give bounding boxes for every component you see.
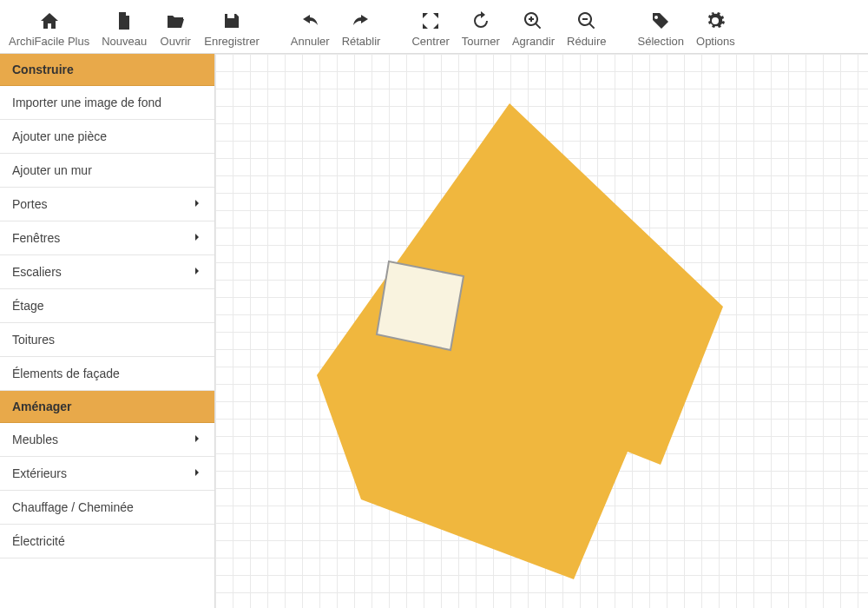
sidebar-item-stairs[interactable]: Escaliers (0, 255, 214, 289)
undo-button[interactable]: Annuler (286, 7, 335, 50)
open-button[interactable]: Ouvrir (154, 7, 197, 50)
sidebar-item-facade[interactable]: Élements de façade (0, 357, 214, 391)
sidebar-item-electricity[interactable]: Électricité (0, 525, 214, 558)
options-button[interactable]: Options (691, 7, 740, 50)
canvas[interactable] (215, 54, 868, 608)
chevron-right-icon (192, 197, 202, 211)
undo-icon (298, 9, 322, 33)
center-label: Centrer (411, 35, 449, 48)
new-label: Nouveau (102, 35, 147, 48)
zoom-in-icon (521, 9, 545, 33)
sidebar-item-roofs[interactable]: Toitures (0, 323, 214, 357)
roofs-label: Toitures (12, 333, 55, 347)
floor-label: Étage (12, 299, 44, 313)
add-wall-label: Ajouter un mur (12, 163, 92, 177)
undo-label: Annuler (291, 35, 330, 48)
floorplan-shapes (215, 54, 868, 608)
home-button[interactable]: ArchiFacile Plus (3, 7, 95, 50)
save-label: Enregistrer (204, 35, 260, 48)
options-label: Options (696, 35, 735, 48)
folder-open-icon (163, 9, 187, 33)
rotate-icon (469, 9, 493, 33)
import-bg-label: Importer une image de fond (12, 96, 161, 109)
zoom-out-button[interactable]: Réduire (562, 7, 612, 50)
sidebar-item-add-room[interactable]: Ajouter une pièce (0, 120, 214, 154)
selection-label: Sélection (638, 35, 684, 48)
furniture-label: Meubles (12, 433, 58, 446)
sidebar: Construire Importer une image de fond Aj… (0, 54, 215, 608)
expand-icon (418, 9, 443, 33)
home-label: ArchiFacile Plus (9, 35, 89, 48)
save-icon (220, 9, 244, 33)
heating-label: Chauffage / Cheminée (12, 500, 134, 514)
chevron-right-icon (192, 466, 202, 480)
rotate-button[interactable]: Tourner (457, 7, 505, 50)
redo-button[interactable]: Rétablir (337, 7, 386, 50)
section-amenager[interactable]: Aménager (0, 391, 214, 423)
sidebar-item-import-bg[interactable]: Importer une image de fond (0, 86, 214, 120)
windows-label: Fenêtres (12, 231, 60, 245)
sidebar-item-exterior[interactable]: Extérieurs (0, 457, 214, 491)
section-construire[interactable]: Construire (0, 54, 214, 86)
save-button[interactable]: Enregistrer (199, 7, 265, 50)
exterior-label: Extérieurs (12, 466, 67, 480)
redo-label: Rétablir (342, 35, 381, 48)
sidebar-item-furniture[interactable]: Meubles (0, 423, 214, 457)
gear-icon (703, 9, 727, 33)
zoom-out-icon (575, 9, 599, 33)
selection-button[interactable]: Sélection (633, 7, 689, 50)
main-toolbar: ArchiFacile Plus Nouveau Ouvrir Enregist… (0, 0, 868, 54)
center-button[interactable]: Centrer (406, 7, 454, 50)
chevron-right-icon (192, 265, 202, 279)
sidebar-item-add-wall[interactable]: Ajouter un mur (0, 154, 214, 188)
sidebar-item-doors[interactable]: Portes (0, 188, 214, 221)
zoom-in-label: Agrandir (512, 35, 555, 48)
zoom-out-label: Réduire (567, 35, 607, 48)
chevron-right-icon (192, 433, 202, 446)
facade-label: Élements de façade (12, 367, 120, 380)
electricity-label: Électricité (12, 534, 65, 548)
room-shape[interactable] (377, 261, 464, 350)
chevron-right-icon (192, 231, 202, 245)
sidebar-item-floor[interactable]: Étage (0, 289, 214, 323)
file-icon (112, 9, 136, 33)
sidebar-item-heating[interactable]: Chauffage / Cheminée (0, 491, 214, 525)
add-room-label: Ajouter une pièce (12, 129, 107, 143)
open-label: Ouvrir (161, 35, 191, 48)
stairs-label: Escaliers (12, 265, 62, 279)
sidebar-item-windows[interactable]: Fenêtres (0, 221, 214, 255)
rotate-label: Tourner (462, 35, 500, 48)
zoom-in-button[interactable]: Agrandir (507, 7, 560, 50)
tags-icon (648, 9, 673, 33)
slab-shape[interactable] (317, 103, 723, 579)
doors-label: Portes (12, 197, 47, 211)
home-icon (37, 9, 62, 33)
redo-icon (349, 9, 373, 33)
new-button[interactable]: Nouveau (96, 7, 152, 50)
